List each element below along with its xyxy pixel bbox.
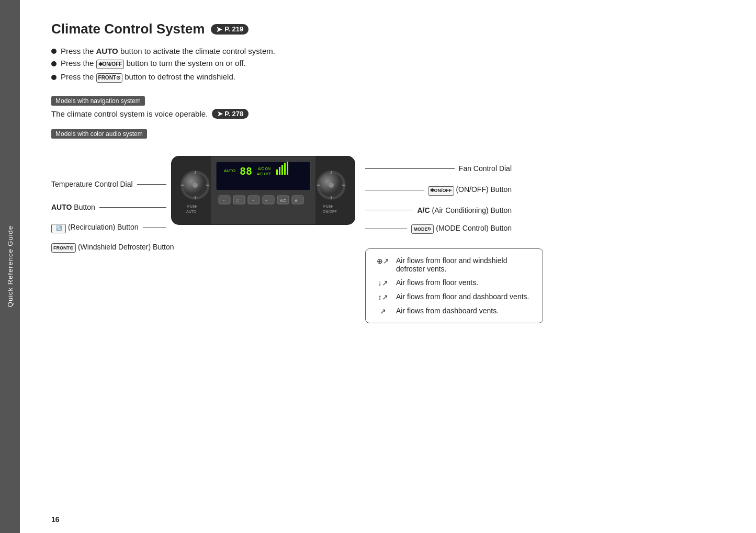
svg-text:PUSH: PUSH [323,205,333,208]
voice-line: The climate control system is voice oper… [51,109,725,119]
airflow-icon-2: ↓↗ [375,279,391,287]
svg-text:88: 88 [240,165,252,177]
left-labels: Temperature Control Dial AUTO Button 🔃 (… [51,180,166,262]
svg-rect-21 [284,163,286,175]
mode-line [365,229,407,229]
fan-dial-label: Fan Control Dial [459,164,512,173]
center-panel: PUSH AUTO AUTO 88 A/C ON A/C OFF [166,151,360,236]
temp-dial-line [137,184,166,185]
color-model-section: Models with color audio system [51,124,725,142]
bullet-text-1: Press the AUTO button to activate the cl… [61,47,275,55]
sidebar-label: Quick Reference Guide [6,225,14,307]
sidebar: Quick Reference Guide [0,0,20,533]
auto-button-line [99,207,166,208]
svg-rect-19 [279,167,280,175]
front-button-label: FRONT⊙ (Windshield Defroster) Button [51,243,174,253]
mode-btn-icon: MODE↻ [411,224,434,234]
arrow-icon: ➤ [216,25,222,33]
onoff-line [365,190,424,190]
svg-point-6 [193,183,198,188]
svg-point-37 [329,183,334,188]
temp-dial-label: Temperature Control Dial [51,180,133,188]
svg-text:ON/OFF: ON/OFF [323,210,336,213]
svg-rect-22 [287,162,288,175]
svg-rect-24 [233,196,245,204]
svg-text:⊕: ⊕ [295,199,298,202]
airflow-item-2: ↓↗ Air flows from floor vents. [375,278,533,287]
auto-bold: AUTO [96,47,118,55]
page-number: 16 [51,515,60,524]
auto-button-label: AUTO Button [51,203,95,211]
bullet-dot-2 [51,61,57,66]
airflow-item-1: ⊕↗ Air flows from floor and windshield d… [375,256,533,273]
on-off-icon: ✱ON/OFF [96,60,125,69]
right-label-mode: MODE↻ (MODE Control) Button [365,224,512,234]
svg-text:A/C OFF: A/C OFF [257,172,272,176]
nav-arrow-icon: ➤ [217,110,223,118]
right-section: Fan Control Dial ✱ON/OFF (ON/OFF) Button… [365,151,725,323]
right-label-onoff: ✱ON/OFF (ON/OFF) Button [365,185,512,196]
left-label-auto: AUTO Button [51,203,166,211]
airflow-text-2: Air flows from floor vents. [396,278,478,287]
bullet-item-1: Press the AUTO button to activate the cl… [51,47,725,55]
title-ref-badge: ➤ P. 219 [211,24,249,35]
bullet-item-2: Press the ✱ON/OFF button to turn the sys… [51,59,725,69]
airflow-text-3: Air flows from floor and dashboard vents… [396,292,529,301]
bullet-dot-3 [51,75,57,80]
right-label-ac: A/C (Air Conditioning) Button [365,206,512,214]
bullet-dot-1 [51,49,57,54]
bullet-text-3: Press the FRONT⊙ button to defrost the w… [61,72,235,83]
airflow-box: ⊕↗ Air flows from floor and windshield d… [365,248,543,323]
front-icon: FRONT⊙ [96,73,122,83]
svg-rect-28 [292,196,303,204]
nav-model-badge: Models with navigation system [51,96,145,106]
onoff-btn-icon: ✱ON/OFF [428,186,454,196]
svg-text:PUSH: PUSH [187,205,197,208]
svg-text:AUTO: AUTO [186,210,197,213]
airflow-icon-1: ⊕↗ [375,257,391,265]
title-row: Climate Control System ➤ P. 219 [51,21,725,37]
bullet-list: Press the AUTO button to activate the cl… [51,47,725,83]
nav-model-section: Models with navigation system The climat… [51,91,725,119]
left-label-recirc: 🔃 (Recirculation) Button [51,223,166,233]
airflow-item-4: ↗ Air flows from dashboard vents. [375,307,533,315]
left-label-temp: Temperature Control Dial [51,180,166,188]
page-title: Climate Control System [51,21,205,37]
svg-text:≡: ≡ [265,199,267,202]
svg-text:←: ← [222,199,226,202]
mode-button-label: MODE↻ (MODE Control) Button [411,224,512,234]
recirc-button-label: 🔃 (Recirculation) Button [51,223,139,233]
svg-text:→: → [251,199,255,202]
airflow-text-1: Air flows from floor and windshield defr… [396,256,533,273]
recirc-button-line [143,228,166,228]
title-ref-text: P. 219 [224,25,243,33]
fan-line [365,168,455,169]
airflow-text-4: Air flows from dashboard vents. [396,307,499,315]
right-labels: Fan Control Dial ✱ON/OFF (ON/OFF) Button… [365,164,512,243]
main-content: Climate Control System ➤ P. 219 Press th… [20,0,756,533]
svg-rect-18 [276,169,278,175]
airflow-item-3: ↕↗ Air flows from floor and dashboard ve… [375,292,533,301]
diagram-inner: Temperature Control Dial AUTO Button 🔃 (… [51,151,725,323]
airflow-icon-3: ↕↗ [375,293,391,301]
recirc-icon: 🔃 [51,224,66,233]
bullet-text-2: Press the ✱ON/OFF button to turn the sys… [61,59,246,69]
ac-button-label: A/C (Air Conditioning) Button [417,206,512,214]
svg-rect-20 [281,165,283,175]
nav-ref-text: P. 278 [224,110,243,118]
voice-text: The climate control system is voice oper… [51,109,208,118]
onoff-button-label: ✱ON/OFF (ON/OFF) Button [428,185,512,196]
airflow-icon-4: ↗ [375,307,391,315]
diagram-section: Temperature Control Dial AUTO Button 🔃 (… [51,151,725,323]
svg-text:A/C: A/C [280,199,286,202]
color-model-badge: Models with color audio system [51,129,147,139]
right-label-fan: Fan Control Dial [365,164,512,173]
svg-text:AUTO: AUTO [224,168,235,173]
svg-rect-26 [263,196,274,204]
svg-text:A/C ON: A/C ON [258,167,270,171]
nav-ref-badge: ➤ P. 278 [212,109,249,119]
ac-line [365,210,413,210]
svg-rect-13 [216,162,310,190]
bullet-item-3: Press the FRONT⊙ button to defrost the w… [51,72,725,83]
front-btn-icon: FRONT⊙ [51,243,76,253]
